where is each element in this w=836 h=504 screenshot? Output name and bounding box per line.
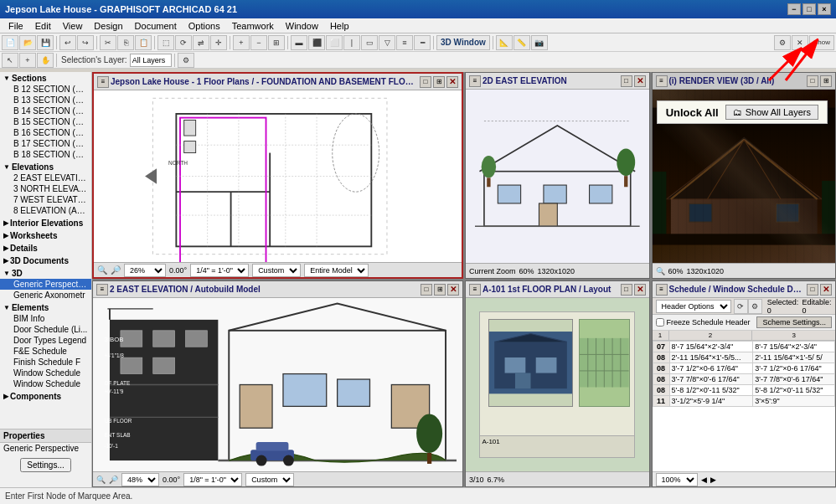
menu-file[interactable]: File xyxy=(3,20,28,32)
tb-settings[interactable]: ⚙ xyxy=(774,35,791,50)
elem-window-sched1[interactable]: Window Schedule xyxy=(0,368,91,378)
3ddocs-header[interactable]: ▶ 3D Documents xyxy=(0,255,91,266)
sched-zoom-sel[interactable]: 100% xyxy=(656,473,698,486)
sched-row-11[interactable]: 11 3'-1/2"×5'-9 1/4" 3'×5':9" xyxy=(653,396,835,407)
menu-edit[interactable]: Edit xyxy=(30,20,56,32)
fp-btn1[interactable]: □ xyxy=(420,76,431,88)
fp-zoom-select[interactable]: 26%50%100% xyxy=(124,264,166,277)
tb-select[interactable]: ⬚ xyxy=(157,35,174,50)
tb-zoom-in[interactable]: + xyxy=(233,35,250,50)
tb-wall[interactable]: ▬ xyxy=(291,35,307,50)
section-btn1[interactable]: □ xyxy=(421,284,432,296)
layout-menu-btn[interactable]: ≡ xyxy=(469,284,481,296)
tb-cross[interactable]: + xyxy=(19,53,36,68)
menu-view[interactable]: View xyxy=(58,20,88,32)
tb-move[interactable]: ✛ xyxy=(210,35,227,50)
prop-settings-btn[interactable]: Settings... xyxy=(0,457,91,473)
elem-door-types[interactable]: Door Types Legend xyxy=(0,335,91,346)
sched-row-08a[interactable]: 08 2'-11 15/64"×1'-5/5... 2'-11 15/64"×1… xyxy=(653,352,835,363)
tb-close-extra[interactable]: ✕ xyxy=(792,35,808,50)
tb-zoom-out[interactable]: − xyxy=(250,35,267,50)
sched-close[interactable]: ✕ xyxy=(820,284,832,296)
tb-column[interactable]: | xyxy=(343,35,360,50)
render-btn2[interactable]: ⊞ xyxy=(820,75,832,87)
maximize-button[interactable]: □ xyxy=(802,3,816,15)
tb-pointer[interactable]: ↖ xyxy=(2,53,18,68)
sched-row-08c[interactable]: 08 3'-7 7/8"×0'-6 17/64" 3'-7 7/8"×0'-6 … xyxy=(653,374,835,385)
layer-input[interactable] xyxy=(130,54,172,67)
sched-refresh[interactable]: ⟳ xyxy=(734,299,748,314)
section-menu-btn[interactable]: ≡ xyxy=(96,284,108,296)
render-btn1[interactable]: □ xyxy=(807,75,818,87)
elevations-header[interactable]: ▼ Elevations xyxy=(0,162,91,172)
tb-door[interactable]: ⬛ xyxy=(308,35,325,50)
elev-close[interactable]: ✕ xyxy=(634,75,646,87)
tb-show-all-extra[interactable]: Show xyxy=(809,35,834,50)
tb-paste[interactable]: 📋 xyxy=(135,35,152,50)
details-header[interactable]: ▶ Details xyxy=(0,243,91,254)
layout-close[interactable]: ✕ xyxy=(634,284,646,296)
menu-design[interactable]: Design xyxy=(89,20,127,32)
freeze-header-checkbox[interactable] xyxy=(656,318,664,327)
fp-scale-select[interactable]: 1/4" = 1'-0" xyxy=(190,264,249,277)
section-b16[interactable]: B 16 SECTION (Auto xyxy=(0,127,91,138)
layout-btn1[interactable]: □ xyxy=(621,284,632,296)
sched-scroll-right[interactable]: ▶ xyxy=(710,476,716,484)
sched-scroll-left[interactable]: ◀ xyxy=(701,476,707,484)
3d-generic-axono[interactable]: Generic Axonometr xyxy=(0,290,91,301)
tb-camera[interactable]: 📷 xyxy=(531,35,548,50)
menu-document[interactable]: Document xyxy=(130,20,182,32)
tb-elevation[interactable]: 📏 xyxy=(513,35,530,50)
sched-row-08b[interactable]: 08 3'-7 1/2"×0-6 17/64" 3'-7 1/2"×0-6 17… xyxy=(653,363,835,374)
sched-menu-btn[interactable]: ≡ xyxy=(656,284,668,296)
section-b12[interactable]: B 12 SECTION (Auto xyxy=(0,84,91,95)
settings-button[interactable]: Settings... xyxy=(20,458,70,472)
tb-undo[interactable]: ↩ xyxy=(59,35,76,50)
tb-section[interactable]: 📐 xyxy=(496,35,513,50)
tb-pan[interactable]: ✋ xyxy=(37,53,54,68)
tb-roof[interactable]: ▽ xyxy=(379,35,395,50)
interior-elev-header[interactable]: ▶ Interior Elevations xyxy=(0,218,91,229)
tb-fit[interactable]: ⊞ xyxy=(268,35,285,50)
menu-help[interactable]: Help xyxy=(325,20,354,32)
elevation-8[interactable]: 8 ELEVATION (Auto- xyxy=(0,205,91,216)
sched-settings-gear[interactable]: ⚙ xyxy=(748,299,762,314)
section-b13[interactable]: B 13 SECTION (Auto xyxy=(0,95,91,105)
sect-custom-sel[interactable]: Custom xyxy=(245,473,294,486)
elem-fe-sched[interactable]: F&E Schedule xyxy=(0,346,91,357)
menu-teamwork[interactable]: Teamwork xyxy=(227,20,279,32)
prop-selected[interactable]: Generic Perspective xyxy=(0,443,91,454)
sect-zoom-sel[interactable]: 48% xyxy=(121,473,159,486)
tb-cut[interactable]: ✂ xyxy=(100,35,116,50)
sched-row-08d[interactable]: 08 5'-8 1/2"×0'-11 5/32" 5'-8 1/2"×0'-11… xyxy=(653,385,835,396)
tb-mirror[interactable]: ⇌ xyxy=(193,35,209,50)
sched-row-07[interactable]: 07 8'-7 15/64"×2'-3/4" 8'-7 15/64"×2'-3/… xyxy=(653,342,835,352)
tb-window[interactable]: ⬜ xyxy=(326,35,343,50)
fp-model-select[interactable]: Entire Model xyxy=(304,264,369,277)
tb-slab[interactable]: ▭ xyxy=(361,35,378,50)
tb-3d-window[interactable]: 3D Window xyxy=(436,35,490,50)
3d-header[interactable]: ▼ 3D xyxy=(0,268,91,279)
section-b15[interactable]: B 15 SECTION (Auto xyxy=(0,116,91,127)
components-header[interactable]: ▶ Components xyxy=(0,391,91,402)
section-b14[interactable]: B 14 SECTION (Auto xyxy=(0,105,91,116)
section-b18[interactable]: B 18 SECTION (Auto xyxy=(0,149,91,160)
elem-door-sched[interactable]: Door Schedule (Li... xyxy=(0,324,91,335)
sched-btn1[interactable]: □ xyxy=(807,284,818,296)
elem-finish-sched[interactable]: Finish Schedule F xyxy=(0,357,91,368)
section-btn2[interactable]: ⊞ xyxy=(434,284,446,296)
fp-zoom-in[interactable]: 🔍 xyxy=(97,265,107,275)
elevation-2east[interactable]: 2 EAST ELEVATION (A xyxy=(0,172,91,183)
fp-menu-btn[interactable]: ≡ xyxy=(97,76,109,88)
elements-header[interactable]: ▼ Elements xyxy=(0,302,91,313)
minimize-button[interactable]: − xyxy=(787,3,801,15)
sect-scale-sel[interactable]: 1/8" = 1'-0" xyxy=(183,473,242,486)
menu-options[interactable]: Options xyxy=(183,20,225,32)
tb-stair[interactable]: ≡ xyxy=(396,35,413,50)
tb-open[interactable]: 📂 xyxy=(19,35,36,50)
tb-new[interactable]: 📄 xyxy=(2,35,18,50)
tb-copy[interactable]: ⎘ xyxy=(117,35,134,50)
elem-window-sched2[interactable]: Window Schedule xyxy=(0,378,91,389)
tb-rotate[interactable]: ⟳ xyxy=(175,35,192,50)
sections-header[interactable]: ▼ Sections xyxy=(0,73,91,84)
